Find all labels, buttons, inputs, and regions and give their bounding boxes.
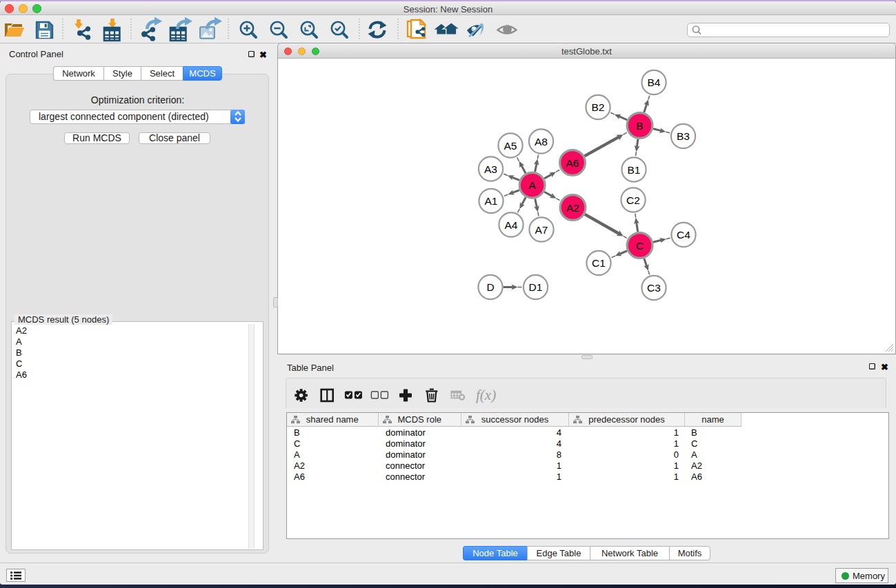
svg-text:B: B <box>636 119 643 131</box>
svg-text:A6: A6 <box>566 156 579 168</box>
svg-text:f(x): f(x) <box>476 387 496 403</box>
svg-text:A5: A5 <box>504 139 517 151</box>
svg-text:A: A <box>528 179 536 191</box>
svg-text:A2: A2 <box>566 201 579 213</box>
svg-text:C1: C1 <box>592 257 606 269</box>
svg-text:B1: B1 <box>627 163 640 175</box>
svg-text:C: C <box>635 239 643 251</box>
svg-text:D: D <box>486 281 494 293</box>
svg-text:B3: B3 <box>677 130 690 142</box>
svg-text:D1: D1 <box>528 281 542 293</box>
svg-text:C3: C3 <box>647 282 661 294</box>
svg-text:A3: A3 <box>484 163 497 174</box>
svg-text:C4: C4 <box>677 229 690 241</box>
svg-text:A4: A4 <box>504 219 517 230</box>
svg-text:B4: B4 <box>647 77 660 88</box>
svg-text:A7: A7 <box>535 223 548 235</box>
svg-text:A1: A1 <box>484 195 497 207</box>
svg-text:C2: C2 <box>626 194 640 205</box>
svg-text:A8: A8 <box>535 135 548 147</box>
svg-text:B2: B2 <box>591 101 604 113</box>
